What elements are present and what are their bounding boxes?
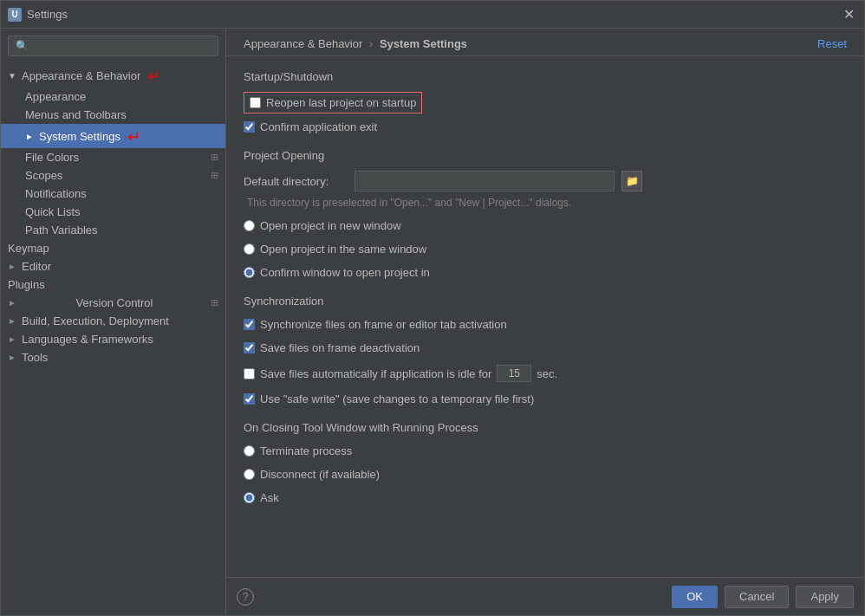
apply-button[interactable]: Apply xyxy=(796,586,854,608)
arrow-icon: ▼ xyxy=(8,71,18,81)
window-title: Settings xyxy=(27,8,840,21)
sidebar-item-label: Quick Lists xyxy=(25,205,81,218)
sidebar-item-scopes[interactable]: Scopes ⊞ xyxy=(1,166,225,185)
sidebar-item-file-colors[interactable]: File Colors ⊞ xyxy=(1,148,225,166)
sidebar-item-label: Menus and Toolbars xyxy=(25,108,127,121)
breadcrumb-parent: Appearance & Behavior xyxy=(244,37,362,50)
reopen-project-row: Reopen last project on startup xyxy=(244,92,422,113)
sidebar-item-plugins[interactable]: Plugins xyxy=(1,276,225,294)
sidebar-item-version-control[interactable]: ► Version Control ⊞ xyxy=(1,294,225,312)
close-button[interactable]: ✕ xyxy=(840,6,857,23)
footer-buttons: OK Cancel Apply xyxy=(672,586,854,608)
project-opening-title: Project Opening xyxy=(244,149,847,162)
sidebar-item-languages[interactable]: ► Languages & Frameworks xyxy=(1,330,225,348)
sidebar-item-tools[interactable]: ► Tools xyxy=(1,348,225,366)
synchronization-title: Synchronization xyxy=(244,295,847,308)
confirm-window-row: Confirm window to open project in xyxy=(244,264,847,281)
file-icon: ⊞ xyxy=(211,152,218,163)
default-directory-input[interactable] xyxy=(354,171,615,191)
startup-shutdown-title: Startup/Shutdown xyxy=(244,70,847,83)
arrow-icon: ► xyxy=(8,316,18,326)
on-closing-title: On Closing Tool Window with Running Proc… xyxy=(244,421,847,434)
browse-button[interactable]: 📁 xyxy=(621,171,642,191)
open-same-window-label: Open project in the same window xyxy=(260,243,426,256)
sidebar-item-label: Version Control xyxy=(76,296,153,309)
sync-files-label: Synchronize files on frame or editor tab… xyxy=(260,318,507,331)
sidebar-item-editor[interactable]: ► Editor xyxy=(1,257,225,276)
sidebar-item-build[interactable]: ► Build, Execution, Deployment xyxy=(1,312,225,330)
save-idle-checkbox[interactable] xyxy=(244,368,255,379)
vc-icon: ⊞ xyxy=(211,297,218,308)
breadcrumb-separator: › xyxy=(369,37,373,50)
save-deactivation-checkbox[interactable] xyxy=(244,342,255,353)
arrow-icon: ► xyxy=(8,262,18,271)
search-box[interactable]: 🔍 xyxy=(8,36,218,56)
disconnect-row: Disconnect (if available) xyxy=(244,466,847,483)
confirm-window-radio[interactable] xyxy=(244,267,255,278)
sidebar-item-keymap[interactable]: Keymap xyxy=(1,239,225,257)
sidebar-item-quick-lists[interactable]: Quick Lists xyxy=(1,203,225,221)
sidebar-item-appearance-behavior[interactable]: ▼ Appearance & Behavior ↵ xyxy=(1,63,225,88)
open-new-window-row: Open project in new window xyxy=(244,217,847,234)
settings-window: U Settings ✕ 🔍 ▼ Appearance & Behavior ↵… xyxy=(0,0,865,616)
terminate-radio[interactable] xyxy=(244,445,255,457)
sidebar-item-label: Path Variables xyxy=(25,224,98,237)
terminate-row: Terminate process xyxy=(244,443,847,459)
ask-label: Ask xyxy=(260,491,279,504)
red-arrow-2-icon: ↵ xyxy=(127,127,140,146)
save-idle-label: Save files automatically if application … xyxy=(260,367,491,380)
sidebar-item-label: Appearance xyxy=(25,90,86,103)
safe-write-checkbox[interactable] xyxy=(244,393,255,405)
idle-suffix: sec. xyxy=(537,367,557,380)
safe-write-label: Use "safe write" (save changes to a temp… xyxy=(260,392,534,405)
directory-hint: This directory is preselected in "Open..… xyxy=(247,197,847,209)
sync-files-row: Synchronize files on frame or editor tab… xyxy=(244,316,847,333)
sidebar-item-label: Build, Execution, Deployment xyxy=(22,314,169,327)
sidebar-item-path-variables[interactable]: Path Variables xyxy=(1,221,225,239)
ok-button[interactable]: OK xyxy=(672,586,718,608)
sidebar-item-label: Keymap xyxy=(8,242,49,255)
reopen-project-label: Reopen last project on startup xyxy=(266,96,416,109)
sidebar-item-notifications[interactable]: Notifications xyxy=(1,185,225,203)
save-deactivation-label: Save files on frame deactivation xyxy=(260,341,419,354)
sidebar-item-label: Notifications xyxy=(25,187,87,200)
breadcrumb-current: System Settings xyxy=(380,37,467,50)
breadcrumb: Appearance & Behavior › System Settings xyxy=(244,37,467,50)
ask-row: Ask xyxy=(244,490,847,506)
open-same-window-radio[interactable] xyxy=(244,243,255,255)
search-input[interactable] xyxy=(34,40,211,52)
footer: ? OK Cancel Apply xyxy=(226,577,864,615)
sidebar-item-label: Editor xyxy=(22,260,51,273)
sidebar-item-label: File Colors xyxy=(25,151,79,164)
confirm-exit-row: Confirm application exit xyxy=(244,119,847,135)
sidebar-item-appearance[interactable]: Appearance xyxy=(1,88,225,106)
cancel-button[interactable]: Cancel xyxy=(725,586,789,608)
arrow-icon: ► xyxy=(8,353,18,362)
main-panel: Appearance & Behavior › System Settings … xyxy=(226,29,864,615)
search-icon: 🔍 xyxy=(16,40,29,52)
confirm-exit-checkbox[interactable] xyxy=(244,121,255,133)
reset-link[interactable]: Reset xyxy=(817,37,847,50)
sidebar-item-label: Scopes xyxy=(25,169,62,182)
idle-seconds-input[interactable] xyxy=(497,365,531,382)
save-deactivation-row: Save files on frame deactivation xyxy=(244,340,847,356)
sidebar-item-system-settings[interactable]: ► System Settings ↵ xyxy=(1,124,225,148)
arrow-icon: ► xyxy=(25,132,36,141)
app-icon: U xyxy=(8,8,22,22)
ask-radio[interactable] xyxy=(244,492,255,503)
settings-content: Startup/Shutdown Reopen last project on … xyxy=(226,56,864,577)
disconnect-radio[interactable] xyxy=(244,469,255,480)
default-directory-label: Default directory: xyxy=(244,175,348,188)
sync-files-checkbox[interactable] xyxy=(244,319,255,330)
reopen-project-checkbox[interactable] xyxy=(250,97,261,108)
red-arrow-icon: ↵ xyxy=(147,67,160,86)
default-directory-row: Default directory: 📁 xyxy=(244,171,847,191)
safe-write-row: Use "safe write" (save changes to a temp… xyxy=(244,391,847,407)
sidebar-item-menus-toolbars[interactable]: Menus and Toolbars xyxy=(1,106,225,124)
confirm-window-label: Confirm window to open project in xyxy=(260,266,430,279)
sidebar-item-label: Tools xyxy=(22,351,48,364)
save-idle-row: Save files automatically if application … xyxy=(244,363,847,384)
confirm-exit-label: Confirm application exit xyxy=(260,120,377,133)
help-button[interactable]: ? xyxy=(237,588,254,606)
open-new-window-radio[interactable] xyxy=(244,220,255,231)
